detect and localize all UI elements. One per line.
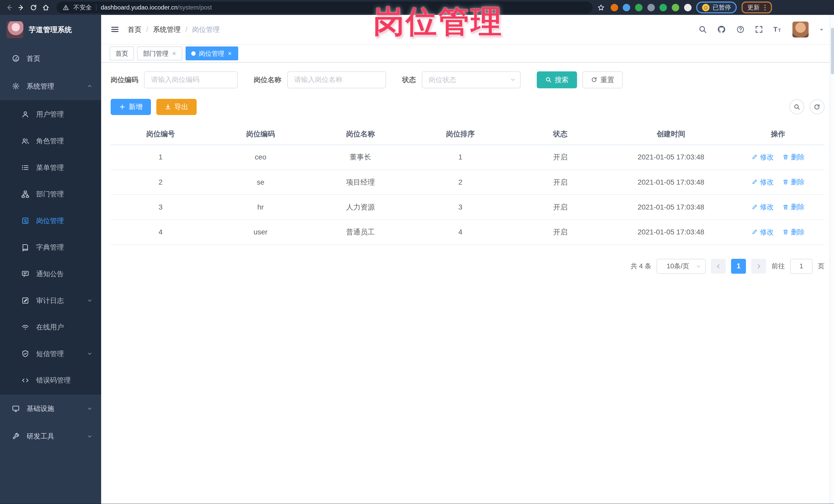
column-header: 岗位编号 (111, 124, 211, 145)
extensions-area (611, 4, 692, 11)
tab-post[interactable]: 岗位管理 (185, 46, 238, 60)
sidebar-item-infra[interactable]: 基础设施 (0, 395, 101, 422)
sidebar-item-dict[interactable]: 字典管理 (0, 234, 101, 261)
page-content: 岗位编码 岗位名称 状态 岗位状态 (101, 63, 834, 504)
cell-created-time: 2021-01-05 17:03:48 (610, 195, 731, 220)
page-size-select[interactable]: 10条/页 (657, 259, 706, 274)
app-logo-row[interactable]: 芋道管理系统 (0, 15, 101, 45)
sprout-extension-icon[interactable] (672, 4, 679, 11)
caret-down-icon[interactable] (818, 27, 825, 32)
close-icon[interactable] (172, 51, 177, 56)
delete-link[interactable]: 删除 (783, 202, 805, 212)
edit-link[interactable]: 修改 (751, 177, 774, 187)
sidebar-item-system[interactable]: 系统管理 (0, 72, 101, 100)
sidebar-item-online[interactable]: 在线用户 (0, 314, 101, 341)
browser-menu-kebab-icon[interactable] (764, 4, 766, 11)
sidebar-item-user[interactable]: 用户管理 (0, 101, 101, 128)
export-button[interactable]: 导出 (156, 99, 197, 115)
sidebar-item-role[interactable]: 角色管理 (0, 128, 101, 154)
browser-update-button[interactable]: 更新 (742, 2, 772, 13)
sidebar-item-label: 审计日志 (36, 296, 64, 305)
screen: 不安全 dashboard.yudao.iocoder.cn/system/po… (0, 0, 834, 504)
chevron-down-icon (87, 433, 93, 439)
fullscreen-icon[interactable] (755, 25, 763, 34)
hamburger-icon[interactable] (111, 25, 119, 34)
puzzle-extension-icon[interactable] (684, 4, 692, 11)
edit-link[interactable]: 修改 (751, 227, 774, 237)
tab-label: 部门管理 (143, 49, 169, 58)
grid-blue-dot-extension-icon[interactable] (648, 4, 655, 11)
close-icon[interactable] (227, 51, 232, 56)
sidebar-menu: 首页 系统管理 用户管理 角色管理 菜单管理 部门管理 岗位管理 字典管理 通知… (0, 45, 101, 450)
forward-icon[interactable] (18, 4, 25, 11)
sidebar-item-sms[interactable]: 短信管理 (0, 341, 101, 367)
tab-home[interactable]: 首页 (110, 46, 134, 60)
cell-status: 开启 (510, 220, 610, 245)
post-name-input[interactable] (287, 71, 386, 88)
post-code-input[interactable] (144, 71, 238, 88)
sidebar-item-post[interactable]: 岗位管理 (0, 207, 101, 234)
prev-page-button[interactable] (711, 259, 726, 274)
delete-link[interactable]: 删除 (783, 153, 805, 162)
sidebar-item-audit[interactable]: 审计日志 (0, 287, 101, 314)
ctr-badge-extension-icon[interactable] (659, 4, 667, 11)
cell-post-no: 4 (111, 220, 211, 245)
sidebar-item-errcode[interactable]: 错误码管理 (0, 367, 101, 394)
breadcrumb-separator: / (146, 26, 148, 34)
plus-icon (119, 104, 126, 110)
status-select[interactable]: 岗位状态 (422, 71, 521, 88)
sidebar-item-label: 首页 (27, 54, 41, 63)
cell-created-time: 2021-01-05 17:03:48 (610, 145, 731, 170)
sidebar-item-tools[interactable]: 研发工具 (0, 422, 101, 450)
delete-link[interactable]: 删除 (783, 177, 805, 187)
sidebar-item-notice[interactable]: 通知公告 (0, 261, 101, 287)
add-button[interactable]: 新增 (111, 99, 151, 115)
search-icon[interactable] (699, 25, 707, 34)
page-number-1[interactable]: 1 (731, 259, 746, 274)
sidebar-item-menu[interactable]: 菜单管理 (0, 154, 101, 181)
breadcrumb-home[interactable]: 首页 (128, 25, 141, 34)
sidebar-item-dept[interactable]: 部门管理 (0, 181, 101, 207)
github-icon[interactable] (717, 25, 726, 34)
users-icon (21, 137, 29, 145)
home-icon[interactable] (42, 4, 49, 11)
next-page-button[interactable] (751, 259, 766, 274)
active-tab-dot (191, 51, 196, 56)
page-jump-input[interactable] (790, 259, 812, 274)
sidebar-item-label: 在线用户 (36, 323, 64, 332)
window-scrollbar[interactable] (830, 15, 834, 504)
delete-link[interactable]: 删除 (783, 227, 805, 237)
edit-link[interactable]: 修改 (751, 153, 774, 162)
user-avatar[interactable] (792, 22, 808, 38)
table-row: 2 se 项目经理 2 开启 2021-01-05 17:03:48 修改删除 (111, 170, 825, 195)
scrollbar-thumb[interactable] (831, 28, 834, 74)
cell-created-time: 2021-01-05 17:03:48 (610, 220, 731, 245)
bookmark-star-icon[interactable] (597, 4, 605, 11)
chevron-down-icon (87, 351, 93, 357)
reset-button[interactable]: 重置 (583, 71, 623, 88)
edit-link[interactable]: 修改 (751, 202, 774, 212)
breadcrumb-system[interactable]: 系统管理 (153, 25, 181, 34)
cell-post-sort: 3 (411, 195, 510, 220)
trash-icon (783, 154, 789, 160)
font-size-icon[interactable]: TT (773, 25, 783, 34)
sidebar-item-label: 通知公告 (36, 269, 64, 279)
question-icon[interactable] (736, 25, 745, 34)
sidebar-item-home[interactable]: 首页 (0, 45, 101, 72)
blue-pin-extension-icon[interactable] (623, 4, 630, 11)
sidebar-item-label: 错误码管理 (36, 376, 71, 385)
profile-paused-badge[interactable]: ☺ 已暂停 (696, 2, 737, 13)
hide-search-button[interactable] (789, 100, 804, 114)
orange-ring-extension-icon[interactable] (611, 4, 618, 11)
announcement-icon (21, 270, 29, 278)
tab-dept[interactable]: 部门管理 (137, 46, 182, 60)
green-shield-extension-icon[interactable] (635, 4, 642, 11)
back-icon[interactable] (5, 4, 13, 11)
address-bar[interactable]: 不安全 dashboard.yudao.iocoder.cn/system/po… (57, 2, 593, 13)
reload-icon[interactable] (30, 4, 37, 11)
cell-post-sort: 1 (411, 145, 510, 170)
cell-created-time: 2021-01-05 17:03:48 (610, 170, 731, 195)
refresh-table-button[interactable] (810, 100, 825, 114)
cell-actions: 修改删除 (731, 170, 825, 195)
search-button[interactable]: 搜索 (537, 71, 577, 88)
